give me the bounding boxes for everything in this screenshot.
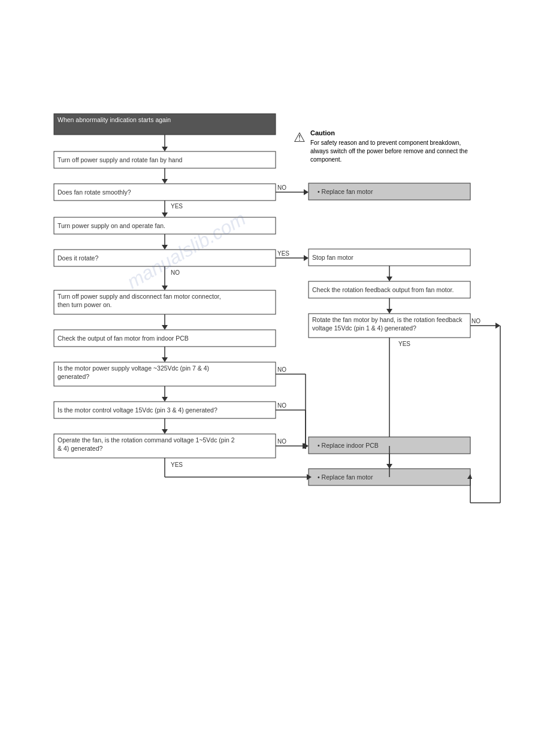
arrowhead7	[162, 357, 168, 362]
step4-label: Does it rotate?	[58, 254, 98, 262]
replace-fan1-label: • Replace fan motor	[318, 188, 373, 195]
step7-label2: generated?	[58, 373, 89, 380]
arrowhead-r1d	[386, 277, 392, 281]
check-rotation-label: Check the rotation feedback output from …	[312, 286, 454, 293]
yes3-label: YES	[398, 341, 410, 347]
arrowhead-r2d	[386, 309, 392, 314]
step5-label2: then turn power on.	[58, 301, 111, 308]
arrowhead-no3	[495, 323, 500, 329]
flowchart-svg: When abnormality indication starts again…	[18, 108, 527, 646]
arrowhead8	[162, 397, 168, 402]
no1-label: NO	[277, 184, 286, 191]
arrowhead4	[162, 245, 168, 250]
step5-label1: Turn off power supply and disconnect fan…	[58, 293, 221, 300]
step7-label1: Is the motor power supply voltage ~325Vd…	[58, 365, 209, 372]
stop-motor-label: Stop fan motor	[312, 254, 353, 261]
yes1-label: YES	[171, 203, 183, 210]
step9-label1: Operate the fan, is the rotation command…	[58, 436, 235, 444]
step6-label: Check the output of fan motor from indoo…	[58, 335, 189, 342]
step2-label: Does fan rotate smoothly?	[58, 189, 131, 196]
rotate-hand-label1: Rotate the fan motor by hand, is the rot…	[312, 316, 463, 323]
yes2-label: YES	[277, 250, 289, 257]
no2-label: NO	[171, 269, 180, 276]
step9-label2: & 4) generated?	[58, 445, 102, 452]
step3-label: Turn power supply on and operate fan.	[58, 222, 165, 229]
arrowhead9	[162, 429, 168, 434]
arrowhead5	[162, 286, 168, 290]
arrowhead6	[162, 325, 168, 330]
arrowhead3	[162, 212, 168, 217]
yes4-label: YES	[171, 462, 183, 468]
arrowhead2	[162, 179, 168, 184]
no4-label: NO	[277, 366, 286, 373]
no3-label: NO	[471, 318, 480, 324]
arrowhead1	[162, 147, 168, 151]
replace-pcb-label: • Replace indoor PCB	[318, 442, 379, 449]
no6-label: NO	[277, 438, 286, 445]
start-label: When abnormality indication starts again	[58, 116, 171, 123]
rotate-hand-label2: voltage 15Vdc (pin 1 & 4) generated?	[312, 324, 416, 332]
arrowhead-no1	[304, 189, 309, 195]
arrowhead-yes2	[304, 255, 309, 261]
step8-label: Is the motor control voltage 15Vdc (pin …	[58, 406, 217, 414]
page: manualslib.com ⚠ Caution For safety reas…	[0, 0, 535, 756]
replace-fan2-label: • Replace fan motor	[318, 473, 373, 481]
step1-label: Turn off power supply and rotate fan by …	[58, 156, 183, 163]
no5-label: NO	[277, 402, 286, 409]
